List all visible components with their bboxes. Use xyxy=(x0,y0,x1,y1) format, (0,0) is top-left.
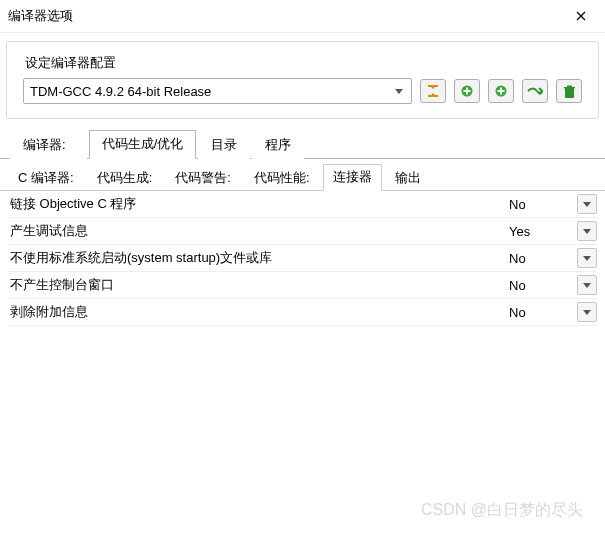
rename-icon xyxy=(527,85,543,97)
subtab-label: 输出 xyxy=(395,170,421,185)
option-dropdown[interactable] xyxy=(577,302,597,322)
compiler-selected: TDM-GCC 4.9.2 64-bit Release xyxy=(30,84,211,99)
sub-tabs: C 编译器: 代码生成: 代码警告: 代码性能: 连接器 输出 xyxy=(0,159,605,191)
option-label: 不产生控制台窗口 xyxy=(8,276,505,294)
option-label: 链接 Objective C 程序 xyxy=(8,195,505,213)
tab-programs[interactable]: 程序 xyxy=(252,131,304,159)
subtab-colon: : xyxy=(227,170,231,185)
option-row: 链接 Objective C 程序 No xyxy=(8,191,597,218)
subtab-warnings[interactable]: 代码警告: xyxy=(165,165,241,191)
svg-rect-3 xyxy=(564,87,575,89)
delete-button[interactable] xyxy=(556,79,582,103)
option-row: 产生调试信息 Yes xyxy=(8,218,597,245)
option-row: 不使用标准系统启动(system startup)文件或库 No xyxy=(8,245,597,272)
tab-directories[interactable]: 目录 xyxy=(198,131,250,159)
subtab-label: 代码警告 xyxy=(175,170,227,185)
tab-codegen-opt[interactable]: 代码生成/优化 xyxy=(89,130,197,159)
tab-label: 目录 xyxy=(211,137,237,152)
subtab-colon: : xyxy=(306,170,310,185)
find-replace-button[interactable] xyxy=(420,79,446,103)
subtab-linker[interactable]: 连接器 xyxy=(323,164,382,191)
add-copy-icon xyxy=(460,84,474,98)
add-button[interactable] xyxy=(488,79,514,103)
titlebar: 编译器选项 xyxy=(0,0,605,33)
tab-label: 代码生成/优化 xyxy=(102,136,184,151)
option-value: No xyxy=(505,305,577,320)
option-dropdown[interactable] xyxy=(577,275,597,295)
tab-label: 程序 xyxy=(265,137,291,152)
close-icon xyxy=(576,11,586,21)
option-dropdown[interactable] xyxy=(577,221,597,241)
add-icon xyxy=(494,84,508,98)
option-value: No xyxy=(505,278,577,293)
options-list: 链接 Objective C 程序 No 产生调试信息 Yes 不使用标准系统启… xyxy=(0,191,605,326)
config-label: 设定编译器配置 xyxy=(25,54,582,72)
tab-label: 编译器 xyxy=(23,137,62,152)
find-replace-icon xyxy=(425,84,441,98)
option-row: 剥除附加信息 No xyxy=(8,299,597,326)
subtab-label: 代码性能 xyxy=(254,170,306,185)
subtab-perf[interactable]: 代码性能: xyxy=(244,165,320,191)
tab-compiler[interactable]: 编译器: xyxy=(10,131,87,159)
option-value: No xyxy=(505,251,577,266)
rename-button[interactable] xyxy=(522,79,548,103)
close-button[interactable] xyxy=(565,4,597,28)
option-value: Yes xyxy=(505,224,577,239)
add-copy-button[interactable] xyxy=(454,79,480,103)
option-label: 产生调试信息 xyxy=(8,222,505,240)
config-row: TDM-GCC 4.9.2 64-bit Release xyxy=(23,78,582,104)
subtab-colon: : xyxy=(70,170,74,185)
window-title: 编译器选项 xyxy=(8,7,73,25)
option-label: 剥除附加信息 xyxy=(8,303,505,321)
option-label: 不使用标准系统启动(system startup)文件或库 xyxy=(8,249,505,267)
subtab-output[interactable]: 输出 xyxy=(385,165,431,191)
tab-colon: : xyxy=(62,137,66,152)
watermark: CSDN @白日梦的尽头 xyxy=(421,500,583,521)
option-dropdown[interactable] xyxy=(577,194,597,214)
option-row: 不产生控制台窗口 No xyxy=(8,272,597,299)
compiler-select[interactable]: TDM-GCC 4.9.2 64-bit Release xyxy=(23,78,412,104)
subtab-label: 代码生成 xyxy=(97,170,149,185)
option-dropdown[interactable] xyxy=(577,248,597,268)
option-value: No xyxy=(505,197,577,212)
subtab-label: C 编译器 xyxy=(18,170,70,185)
subtab-colon: : xyxy=(149,170,153,185)
subtab-label: 连接器 xyxy=(333,169,372,184)
main-tabs: 编译器: 代码生成/优化 目录 程序 xyxy=(0,129,605,159)
subtab-codegen[interactable]: 代码生成: xyxy=(87,165,163,191)
delete-icon xyxy=(563,84,576,99)
compiler-config-group: 设定编译器配置 TDM-GCC 4.9.2 64-bit Release xyxy=(6,41,599,119)
subtab-c-compiler[interactable]: C 编译器: xyxy=(8,165,84,191)
